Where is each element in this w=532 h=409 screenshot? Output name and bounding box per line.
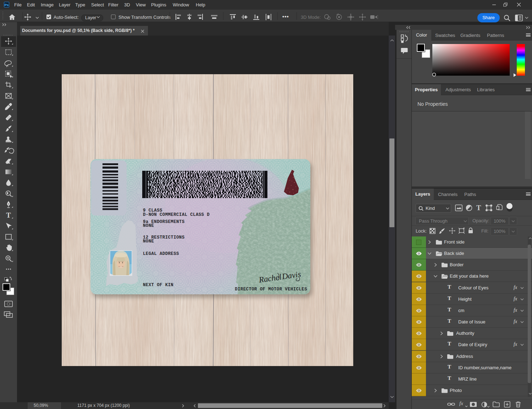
svg-text:DIRECTOR OF MOTOR VEHICLES: DIRECTOR OF MOTOR VEHICLES xyxy=(235,287,307,292)
svg-text:NONE: NONE xyxy=(143,239,154,244)
svg-text:D-NON COMMERCIAL CLASS D: D-NON COMMERCIAL CLASS D xyxy=(143,212,210,217)
svg-text:T: T xyxy=(6,211,11,219)
svg-text:LEGAL ADDRESS: LEGAL ADDRESS xyxy=(143,251,179,256)
svg-text:NEXT OF KIN: NEXT OF KIN xyxy=(143,283,173,288)
svg-text:NONE: NONE xyxy=(143,223,154,228)
